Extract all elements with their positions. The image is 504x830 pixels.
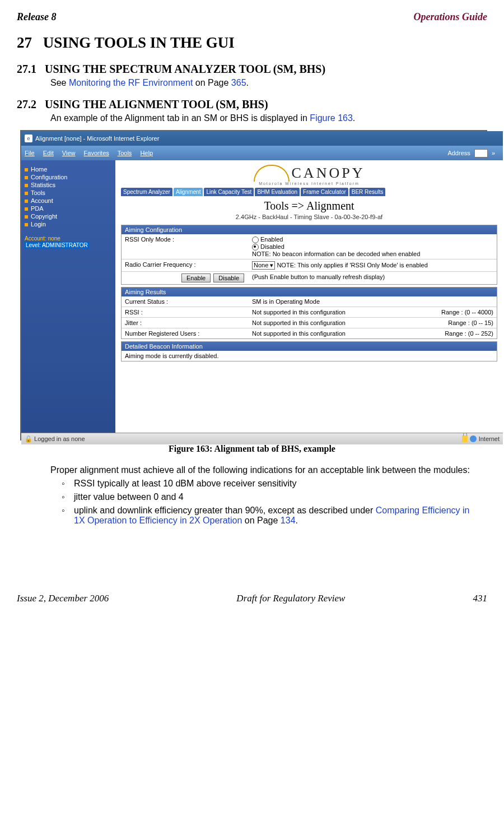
toolbar-chevrons[interactable]: » [492,150,495,156]
section-title: USING THE ALIGNMENT TOOL (SM, BHS) [45,98,268,110]
footer-left: Issue 2, December 2006 [17,593,109,604]
sidebar-item-configuration[interactable]: Configuration [25,174,112,180]
tool-page-title: Tools => Alignment [121,200,497,212]
section-title: USING THE SPECTRUM ANALYZER TOOL (SM, BH… [45,63,325,75]
tab-alignment[interactable]: Alignment [174,188,203,196]
figure-caption: Figure 163: Alignment tab of BHS, exampl… [17,444,487,454]
link-monitoring-rf[interactable]: Monitoring the RF Environment [69,78,193,87]
window-titlebar: e Alignment [none] - Microsoft Internet … [21,131,503,146]
section-27-2: 27.2 USING THE ALIGNMENT TOOL (SM, BHS) [17,98,487,111]
sidebar-item-statistics[interactable]: Statistics [25,182,112,188]
status-zone: Internet [479,435,500,442]
tab-ber-results[interactable]: BER Results [349,188,386,196]
footer-mid: Draft for Regulatory Review [236,593,345,604]
sidebar-item-pda[interactable]: PDA [25,205,112,212]
browser-statusbar: 🔓 Logged in as none Internet [21,433,503,444]
menu-file[interactable]: File [25,150,35,156]
panel-aiming-results: Aiming Results Current Status : SM is in… [121,287,497,339]
panel-header: Detailed Beacon Information [122,342,497,351]
carrier-freq-note: NOTE: This only applies if 'RSSI Only Mo… [277,262,427,268]
sidebar-item-home[interactable]: Home [25,166,112,173]
globe-icon [470,435,477,442]
chapter-title: USING TOOLS IN THE GUI [43,34,235,51]
footer-right: 431 [473,593,487,604]
section-number: 27.1 [17,63,42,76]
sidebar-item-login[interactable]: Login [25,221,112,228]
button-note: (Push Enable button to manually refresh … [249,272,497,284]
panel-aiming-configuration: Aiming Configuration RSSI Only Mode : En… [121,225,497,285]
sidebar-item-copyright[interactable]: Copyright [25,213,112,220]
tab-frame-calculator[interactable]: Frame Calculator [301,188,348,196]
after-figure-text: Proper alignment must achieve all of the… [50,465,487,475]
rssi-note: NOTE: No beacon information can be decod… [252,251,493,257]
result-row-rssi: RSSI : Not supported in this configurati… [122,307,497,317]
tool-tabs: Spectrum Analyzer Alignment Link Capacit… [121,188,497,196]
browser-window: e Alignment [none] - Microsoft Internet … [21,131,503,439]
address-label: Address [447,150,470,156]
enable-button[interactable]: Enable [181,273,211,282]
carrier-freq-label: Radio Carrier Frequency : [122,259,249,271]
address-input[interactable] [474,149,488,157]
tab-link-capacity-test[interactable]: Link Capacity Test [204,188,254,196]
main-content: CANOPY Motorola Wireless Internet Platfo… [115,160,503,433]
bullet-rssi: ◦RSSI typically at least 10 dBM above re… [62,479,487,489]
menu-help[interactable]: Help [140,150,153,156]
figure-163-screenshot: e Alignment [none] - Microsoft Internet … [20,130,487,440]
account-label: Account: none [25,235,112,242]
device-info: 2.4GHz - BackHaul - Timing Slave - 0a-00… [121,214,497,220]
window-title: Alignment [none] - Microsoft Internet Ex… [35,135,159,142]
rssi-mode-label: RSSI Only Mode : [122,234,249,259]
result-row-registered: Number Registered Users : Not supported … [122,328,497,339]
header-left: Release 8 [17,11,56,23]
page-footer: Issue 2, December 2006 Draft for Regulat… [17,593,487,604]
menu-favorites[interactable]: Favorites [84,150,109,156]
bullet-efficiency: ◦ uplink and downlink efficiency greater… [62,506,487,526]
link-figure-163[interactable]: Figure 163 [310,113,353,123]
canopy-logo: CANOPY Motorola Wireless Internet Platfo… [121,165,497,186]
radio-enabled[interactable] [252,237,259,243]
nav-sidebar: Home Configuration Statistics Tools Acco… [21,160,115,433]
section-27-2-body: An example of the Alignment tab in an SM… [50,113,487,123]
menu-view[interactable]: View [62,150,76,156]
link-page-134[interactable]: 134 [281,516,296,525]
section-27-1: 27.1 USING THE SPECTRUM ANALYZER TOOL (S… [17,63,487,76]
header-right: Operations Guide [413,11,487,23]
account-level: Level: ADMINISTRATOR [25,242,89,249]
lock-icon [462,435,468,442]
disable-button[interactable]: Disable [213,273,244,282]
status-logged-in: Logged in as none [34,435,85,442]
link-page-365[interactable]: 365 [231,78,246,87]
radio-disabled[interactable] [252,244,259,251]
result-row-jitter: Jitter : Not supported in this configura… [122,317,497,328]
sidebar-item-account[interactable]: Account [25,197,112,204]
panel-beacon-info: Detailed Beacon Information Aiming mode … [121,341,497,361]
browser-menubar: File Edit View Favorites Tools Help Addr… [21,146,503,160]
panel-header: Aiming Results [122,288,497,296]
tab-bhm-evaluation[interactable]: BHM Evaluation [255,188,300,196]
section-27-1-body: See Monitoring the RF Environment on Pag… [50,78,487,88]
menu-edit[interactable]: Edit [43,150,54,156]
menu-tools[interactable]: Tools [118,150,132,156]
chapter-number: 27 [17,34,39,52]
ie-icon: e [25,135,32,142]
sidebar-item-tools[interactable]: Tools [25,189,112,196]
bullet-list: ◦RSSI typically at least 10 dBM above re… [62,479,487,526]
page-header: Release 8 Operations Guide [17,11,487,23]
result-row-status: Current Status : SM is in Operating Mode [122,296,497,307]
bullet-jitter: ◦jitter value between 0 and 4 [62,492,487,502]
section-number: 27.2 [17,98,42,111]
carrier-freq-select[interactable]: None ▾ [252,261,275,270]
tab-spectrum-analyzer[interactable]: Spectrum Analyzer [121,188,172,196]
chapter-heading: 27 USING TOOLS IN THE GUI [17,34,487,52]
panel-header: Aiming Configuration [122,225,497,234]
